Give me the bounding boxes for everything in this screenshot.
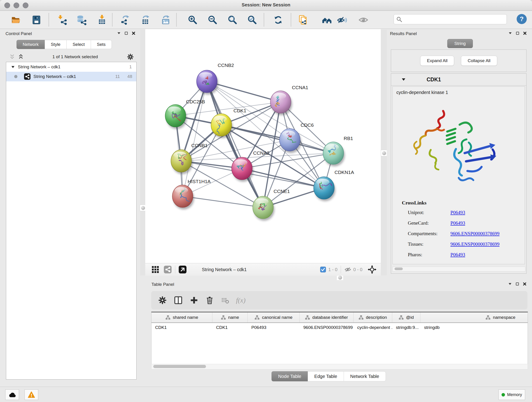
column-header-shared-name[interactable]: shared name — [152, 313, 212, 322]
collapse-all-icon[interactable] — [9, 54, 15, 60]
tab-style[interactable]: Style — [45, 40, 66, 49]
table-hscrollbar[interactable] — [151, 364, 528, 370]
table-cell[interactable]: CDK1 — [152, 325, 212, 330]
network-row[interactable]: String Network – cdk1 11 48 — [6, 72, 136, 81]
table-settings-gear-icon[interactable] — [158, 295, 167, 305]
table-cell[interactable]: P06493 — [248, 325, 300, 330]
network-node-CCNB2[interactable] — [196, 70, 218, 95]
network-edge[interactable] — [221, 125, 333, 153]
crosslink-link[interactable]: P06493 — [450, 210, 465, 216]
panel-close-icon[interactable] — [523, 282, 526, 286]
tab-network-table[interactable]: Network Table — [344, 371, 386, 381]
column-header-name[interactable]: name — [212, 313, 248, 322]
warnings-button[interactable] — [25, 389, 38, 400]
expand-all-icon[interactable] — [18, 54, 24, 60]
network-node-HIST1H1A[interactable] — [172, 185, 194, 210]
network-node-CDC6[interactable] — [279, 128, 301, 153]
table-cell[interactable]: stringdb — [420, 325, 528, 330]
panel-float-icon[interactable] — [125, 32, 128, 35]
crosslink-link[interactable]: 9606.ENSP00000378699 — [450, 231, 500, 236]
results-hscrollbar[interactable] — [393, 267, 525, 272]
search-input[interactable] — [394, 14, 507, 24]
string-query-button[interactable] — [298, 14, 309, 26]
network-collection-row[interactable]: String Network – cdk1 1 — [6, 62, 136, 72]
table-row[interactable]: CDK1CDK1P064939606.ENSP00000378699cyclin… — [152, 323, 528, 332]
gene-section-header[interactable]: CDK1 — [391, 74, 526, 86]
pan-crosshair-icon[interactable] — [367, 265, 377, 274]
tab-string[interactable]: String — [447, 39, 473, 48]
network-node-RB1[interactable] — [323, 142, 345, 166]
delete-column-icon[interactable] — [205, 295, 215, 305]
show-columns-icon[interactable] — [173, 295, 183, 305]
network-edge[interactable] — [242, 168, 324, 188]
import-database-button[interactable] — [76, 14, 88, 26]
network-node-CCNA2[interactable] — [232, 157, 253, 182]
tab-node-table[interactable]: Node Table — [272, 371, 308, 381]
network-badge-gray-icon[interactable] — [164, 265, 172, 274]
panel-menu-icon[interactable] — [508, 283, 512, 285]
tab-sets[interactable]: Sets — [91, 40, 112, 49]
panel-float-icon[interactable] — [516, 32, 519, 35]
zoom-fit-button[interactable] — [227, 14, 238, 26]
network-node-CDKN1A[interactable] — [314, 177, 336, 201]
show-button[interactable] — [358, 14, 369, 26]
help-button[interactable]: ? — [517, 14, 527, 24]
table-cell[interactable]: 9606.ENSP00000378699 — [300, 325, 354, 330]
disclosure-triangle-icon[interactable] — [402, 78, 405, 81]
crosslink-link[interactable]: 9606.ENSP00000378699 — [450, 241, 500, 247]
tab-network[interactable]: Network — [17, 40, 45, 49]
panel-menu-icon[interactable] — [509, 32, 512, 35]
houses-button[interactable] — [322, 14, 333, 26]
panel-float-icon[interactable] — [516, 282, 519, 286]
tab-select[interactable]: Select — [66, 40, 91, 49]
save-button[interactable] — [31, 14, 42, 26]
export-table-button[interactable] — [140, 14, 152, 26]
network-edge[interactable] — [207, 81, 263, 207]
crosslink-link[interactable]: P06493 — [450, 252, 465, 258]
table-cell[interactable]: stringdb:9... — [392, 325, 420, 330]
open-in-window-icon[interactable] — [178, 265, 187, 274]
table-hscroll-thumb[interactable] — [153, 365, 206, 368]
import-network-button[interactable] — [57, 14, 68, 26]
import-table-button[interactable] — [96, 14, 108, 26]
open-folder-button[interactable] — [10, 14, 22, 26]
gear-icon[interactable] — [127, 53, 134, 61]
cloud-button[interactable] — [5, 389, 19, 400]
panel-close-icon[interactable] — [132, 32, 135, 35]
column-header-namespace[interactable]: namespace — [420, 313, 528, 322]
bottom-splitter[interactable] — [145, 275, 530, 280]
birdseye-grid-icon[interactable] — [151, 265, 159, 274]
memory-button[interactable]: Memory — [499, 389, 525, 400]
network-node-CCNE1[interactable] — [253, 196, 274, 221]
column-header-database-identifier[interactable]: database identifier — [300, 313, 354, 322]
network-node-CDK1[interactable] — [211, 114, 233, 138]
table-cell[interactable]: cyclin-dependent ... — [354, 325, 392, 330]
column-header-description[interactable]: description — [354, 313, 392, 322]
column-header--id[interactable]: @id — [392, 313, 420, 322]
results-hscroll-thumb[interactable] — [394, 268, 403, 270]
selected-checkbox-icon[interactable] — [320, 267, 326, 273]
zoom-out-button[interactable] — [207, 14, 218, 26]
right-splitter-handle[interactable] — [381, 150, 387, 156]
collapse-all-button[interactable]: Collapse All — [461, 56, 497, 66]
add-column-icon[interactable] — [189, 295, 199, 305]
column-header-canonical-name[interactable]: canonical name — [248, 313, 300, 322]
network-canvas[interactable]: CCNB2CCNA1CDC25BCDK1CDC6RB1CCNB1CCNA2CDK… — [145, 29, 381, 263]
tab-edge-table[interactable]: Edge Table — [308, 371, 344, 381]
network-node-CCNA1[interactable] — [270, 91, 292, 115]
crosslink-link[interactable]: P06493 — [450, 220, 465, 226]
table-cell[interactable]: CDK1 — [212, 325, 248, 330]
network-node-CDC25B[interactable] — [165, 104, 187, 129]
panel-close-icon[interactable] — [523, 32, 526, 35]
left-splitter[interactable] — [140, 30, 145, 275]
zoom-in-button[interactable] — [187, 14, 198, 26]
expand-all-button[interactable]: Expand All — [420, 56, 454, 66]
network-edge[interactable] — [183, 196, 263, 207]
refresh-button[interactable] — [272, 14, 284, 26]
hide-selected-button[interactable] — [336, 14, 348, 26]
export-network-button[interactable] — [120, 14, 132, 26]
zoom-selected-button[interactable] — [247, 14, 258, 26]
right-splitter[interactable] — [381, 30, 387, 275]
export-image-button[interactable] — [160, 14, 172, 26]
disclosure-triangle-icon[interactable] — [11, 65, 15, 68]
